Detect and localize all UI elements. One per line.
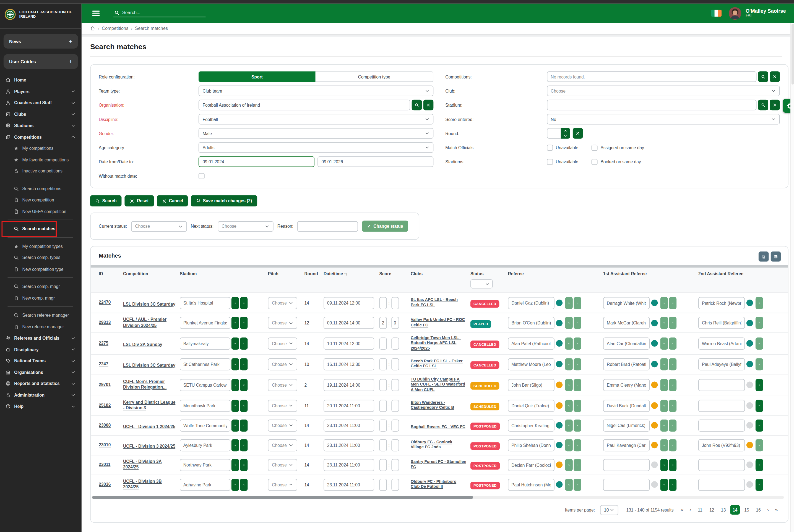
assistant1-input[interactable] <box>603 379 650 391</box>
last-page-button[interactable]: » <box>773 507 780 513</box>
sidebar-user-guides-button[interactable]: User Guides + <box>4 54 78 69</box>
pitch-select[interactable]: Choose <box>268 439 297 451</box>
referee-search-button[interactable] <box>565 297 572 309</box>
score-home-input[interactable] <box>379 338 387 349</box>
datetime-input[interactable] <box>324 358 374 370</box>
referee-input[interactable] <box>508 459 554 471</box>
assistant1-search-button[interactable] <box>661 379 668 391</box>
match-id-link[interactable]: 23008 <box>99 422 115 428</box>
assistant2-input[interactable] <box>698 338 745 349</box>
assistant1-clear-button[interactable] <box>669 400 677 412</box>
clubs-link[interactable]: Oldbury FC - Phibsboro Club De Fútbol II <box>411 479 470 490</box>
match-id-link[interactable]: 2275 <box>99 341 112 346</box>
assistant2-input[interactable] <box>698 459 745 471</box>
referee-input[interactable] <box>508 439 554 451</box>
assistant1-search-button[interactable] <box>661 459 668 471</box>
referee-input[interactable] <box>508 400 554 412</box>
stadium-clear-button[interactable] <box>770 100 780 110</box>
team-type-select[interactable]: Club team <box>199 86 433 96</box>
stadium-search-button[interactable] <box>232 400 239 412</box>
sidebar-item[interactable]: My competitions <box>0 142 81 154</box>
menu-icon[interactable] <box>92 11 99 16</box>
assistant1-input[interactable] <box>603 358 650 370</box>
assistant1-clear-button[interactable] <box>669 338 677 349</box>
assistant2-search-button[interactable] <box>756 317 763 329</box>
reset-button[interactable]: Reset <box>125 195 154 206</box>
table-scrollbar-top[interactable] <box>91 265 788 267</box>
assistant2-input[interactable] <box>698 478 745 491</box>
assistant1-search-button[interactable] <box>661 439 668 451</box>
assistant1-clear-button[interactable] <box>669 459 677 471</box>
competition-link[interactable]: LSL Div 3A Sunday <box>123 342 166 348</box>
assistant1-search-button[interactable] <box>661 317 668 329</box>
sidebar-item[interactable]: Search referee manager <box>0 310 81 321</box>
sidebar-item[interactable]: Help <box>0 401 81 412</box>
score-home-input[interactable] <box>379 297 387 309</box>
breadcrumb-competitions[interactable]: Competitions <box>102 26 128 31</box>
stadium-search-button[interactable] <box>232 297 239 309</box>
assistant1-input[interactable] <box>603 419 650 432</box>
stadium-clear-button[interactable] <box>240 338 247 349</box>
referee-input[interactable] <box>508 419 554 432</box>
sidebar-item[interactable]: New UEFA competition <box>0 206 81 217</box>
assistant2-search-button[interactable] <box>756 358 763 370</box>
score-home-input[interactable] <box>379 419 387 432</box>
officials-unavailable-checkbox[interactable] <box>547 145 553 151</box>
score-away-input[interactable] <box>391 338 399 349</box>
assistant2-search-button[interactable] <box>756 379 763 391</box>
sidebar-news-button[interactable]: News + <box>4 34 78 49</box>
assistant1-clear-button[interactable] <box>669 297 677 309</box>
clubs-link[interactable]: Celbridge Town Men LSL - Ratoath Harps A… <box>411 336 470 351</box>
stadium-input[interactable] <box>180 419 230 432</box>
date-from-input[interactable] <box>199 156 314 167</box>
datetime-input[interactable] <box>324 419 374 432</box>
assistant2-search-button[interactable] <box>756 419 763 432</box>
stadium-input[interactable] <box>180 358 230 370</box>
stadium-search-button[interactable] <box>232 338 239 349</box>
assistant2-input[interactable] <box>698 297 745 309</box>
score-home-input[interactable] <box>379 459 387 471</box>
referee-search-button[interactable] <box>565 419 572 432</box>
stadium-search-button[interactable] <box>232 419 239 432</box>
age-category-select[interactable]: Adults <box>199 142 433 153</box>
sidebar-item[interactable]: Administration <box>0 390 81 401</box>
stadium-search-button[interactable] <box>758 100 768 110</box>
referee-search-button[interactable] <box>565 379 572 391</box>
next-status-select[interactable]: Choose <box>218 221 273 231</box>
assistant1-clear-button[interactable] <box>669 419 677 432</box>
sidebar-item[interactable]: Search competitions <box>0 183 81 194</box>
referee-clear-button[interactable] <box>574 439 581 451</box>
datetime-input[interactable] <box>324 459 374 471</box>
stadium-clear-button[interactable] <box>240 297 247 309</box>
export-excel-button[interactable] <box>759 251 769 262</box>
assistant1-search-button[interactable] <box>661 478 668 491</box>
competition-link[interactable]: LSL Division 3C Saturday <box>123 363 180 368</box>
stadium-clear-button[interactable] <box>240 317 247 329</box>
datetime-input[interactable] <box>324 297 374 309</box>
global-search-input[interactable] <box>120 10 205 16</box>
referee-clear-button[interactable] <box>574 478 581 491</box>
stadium-search-button[interactable] <box>232 358 239 370</box>
assistant1-clear-button[interactable] <box>669 478 677 491</box>
referee-search-button[interactable] <box>565 400 572 412</box>
competition-link[interactable]: CUFL Men's Premier Division Relegation..… <box>123 379 180 390</box>
score-away-input[interactable] <box>391 478 399 491</box>
sidebar-item[interactable]: Clubs <box>0 109 81 120</box>
items-per-page-select[interactable]: 10 <box>600 505 618 515</box>
sidebar-item[interactable]: My favorite competitions <box>0 154 81 166</box>
referee-input[interactable] <box>508 379 554 391</box>
competitions-search-button[interactable] <box>758 71 768 82</box>
sidebar-item[interactable]: Coaches and Staff <box>0 97 81 109</box>
assistant2-input[interactable] <box>698 400 745 412</box>
pitch-select[interactable]: Choose <box>268 317 297 329</box>
sidebar-item[interactable]: Referees and Officials <box>0 332 81 344</box>
organisation-input[interactable] <box>199 100 410 110</box>
pitch-select[interactable]: Choose <box>268 478 297 491</box>
competition-link[interactable]: UCFL / AUL - Premier Division 2024/25 <box>123 317 180 328</box>
referee-search-button[interactable] <box>565 478 572 491</box>
assistant2-input[interactable] <box>698 358 745 370</box>
referee-input[interactable] <box>508 297 554 309</box>
score-away-input[interactable] <box>391 400 399 412</box>
match-id-link[interactable]: 2247 <box>99 361 112 367</box>
assistant2-search-button[interactable] <box>756 439 763 451</box>
